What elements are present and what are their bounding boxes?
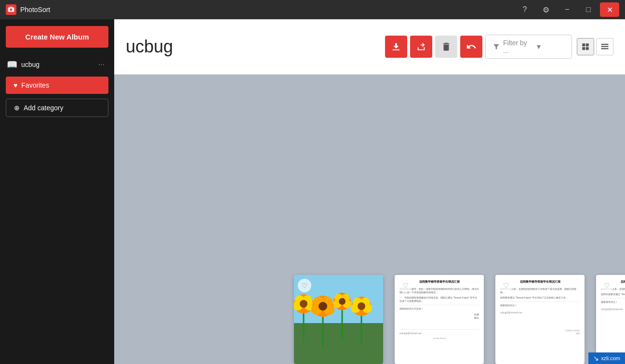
svg-point-28 [339,298,346,305]
favorites-label: Favorites [21,81,49,89]
heart-button-3[interactable]: ♡ [499,279,513,292]
delete-button[interactable] [435,36,457,58]
app-title: PhotoSort [20,6,50,13]
close-button[interactable]: ✕ [600,2,619,17]
photo-card-doc1[interactable]: 远程教学辅导答疑学生情况汇报 尊敬的院系领导：您好！感谢学院疫情期间对同学们的关… [395,275,484,364]
svg-rect-3 [393,50,400,51]
undo-button[interactable] [460,36,482,58]
titlebar-controls: ? ⚙ − □ ✕ [515,2,619,17]
minimize-button[interactable]: − [558,2,577,17]
album-item-ucbug[interactable]: 📖 ucbug ··· [0,54,114,75]
book-icon: 📖 [7,59,17,70]
sidebar: Create New Album 📖 ucbug ··· ♥ Favorites… [0,19,114,364]
svg-point-14 [300,300,307,308]
share-button[interactable] [410,36,432,58]
filter-dropdown[interactable]: Filter by ... ▼ [485,35,572,59]
svg-point-35 [358,302,365,310]
add-category-button[interactable]: ⊕ Add category [6,99,108,117]
grid-view-button[interactable] [577,38,594,55]
toolbar-actions: Filter by ... ▼ [385,35,613,59]
photo-grid: ♡ 远程教学辅导答疑学生情况汇报 尊敬的院系领导：您好！感谢学院疫情期间对同学们… [114,275,625,364]
content-area: ucbug Filter by ... ▼ [114,19,625,364]
app-icon [6,4,16,15]
watermark-arrow-icon: ↘ [593,354,599,362]
list-view-button[interactable] [596,38,613,55]
view-toggle [577,38,613,55]
add-category-label: Add category [24,104,64,112]
favorites-button[interactable]: ♥ Favorites [6,77,108,94]
photo-card-doc3[interactable]: 远程教学辅导答疑学生情况汇报 2020年3月以来，全国性的疫情防控工作取得了很大… [596,275,625,364]
maximize-button[interactable]: □ [579,2,598,17]
titlebar-left: PhotoSort [6,4,50,15]
filter-icon [492,43,500,51]
watermark-text: xzli.com [601,355,620,361]
page-title: ucbug [126,37,377,57]
heart-button-4[interactable]: ♡ [600,279,613,292]
heart-button-1[interactable]: ♡ [298,279,311,292]
svg-rect-4 [601,44,609,45]
settings-button[interactable]: ⚙ [536,2,556,17]
main-layout: Create New Album 📖 ucbug ··· ♥ Favorites… [0,19,625,364]
filter-label: Filter by ... [503,39,532,54]
plus-icon: ⊕ [14,104,20,112]
photo-card-doc2[interactable]: 远程教学辅导答疑学生情况汇报 2020年3月以来，全国性的疫情防控工作取得了很大… [495,275,585,364]
download-button[interactable] [385,36,407,58]
photo-card-flower[interactable]: ♡ [294,275,383,364]
album-more-button[interactable]: ··· [95,59,107,70]
create-new-album-button[interactable]: Create New Album [6,26,108,48]
heart-button-2[interactable]: ♡ [399,279,412,292]
heart-icon: ♥ [13,81,17,89]
watermark: ↘ xzli.com [588,352,625,364]
toolbar: ucbug Filter by ... ▼ [114,19,625,75]
svg-rect-8 [294,323,383,364]
album-item-left: 📖 ucbug [7,59,40,70]
svg-rect-6 [601,48,609,49]
titlebar: PhotoSort ? ⚙ − □ ✕ [0,0,625,19]
help-button[interactable]: ? [515,2,534,17]
photo-area: ♡ 远程教学辅导答疑学生情况汇报 尊敬的院系领导：您好！感谢学院疫情期间对同学们… [114,75,625,364]
svg-rect-2 [10,7,13,8]
album-name: ucbug [21,61,40,68]
svg-point-1 [10,9,13,11]
svg-rect-5 [601,46,609,47]
svg-point-21 [319,302,327,311]
filter-chevron-icon: ▼ [535,43,565,51]
